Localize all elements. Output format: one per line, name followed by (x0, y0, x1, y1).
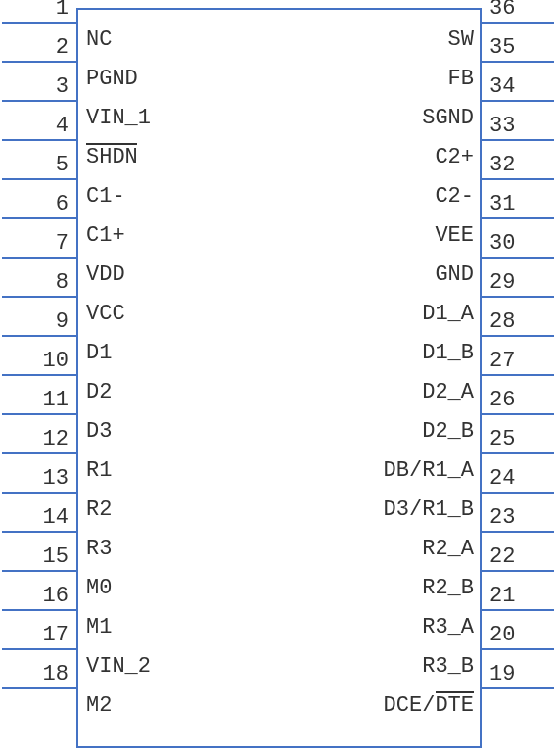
pin-number-17: 17 (10, 625, 69, 646)
pin-number-20: 20 (489, 625, 548, 646)
pin-label-left-15: M0 (86, 576, 112, 600)
pin-lead-left-1 (2, 22, 76, 24)
overline-19 (436, 691, 474, 693)
pin-lead-right-34 (482, 100, 554, 102)
pin-number-16: 16 (10, 586, 69, 607)
pin-label-left-13: R2 (86, 497, 112, 522)
pin-label-left-18: M2 (86, 693, 112, 718)
pin-number-30: 30 (489, 233, 548, 255)
pin-lead-right-33 (482, 139, 554, 141)
pin-label-left-5: C1- (86, 184, 125, 209)
pin-number-22: 22 (489, 546, 548, 568)
pin-number-33: 33 (489, 116, 548, 137)
pin-lead-left-3 (2, 100, 76, 102)
pin-label-left-16: M1 (86, 615, 112, 639)
pin-lead-left-14 (2, 531, 76, 533)
pin-number-3: 3 (10, 76, 69, 98)
pin-label-right-22: R2_B (419, 576, 474, 600)
pin-number-18: 18 (10, 664, 69, 685)
pin-lead-right-35 (482, 61, 554, 63)
pin-label-right-25: DB/R1_A (381, 458, 474, 483)
pin-number-36: 36 (489, 0, 548, 20)
pin-label-right-30: GND (432, 262, 474, 287)
pin-lead-left-13 (2, 492, 76, 494)
pin-lead-right-30 (482, 257, 554, 259)
pin-label-right-32: C2- (432, 184, 474, 209)
pin-lead-left-12 (2, 452, 76, 454)
pin-label-left-1: NC (86, 27, 112, 52)
pin-number-7: 7 (10, 233, 69, 255)
pin-label-right-28: D1_B (419, 341, 474, 365)
pin-label-right-31: VEE (432, 223, 474, 248)
pin-number-34: 34 (489, 76, 548, 98)
pin-number-12: 12 (10, 429, 69, 450)
pin-lead-left-2 (2, 61, 76, 63)
pin-lead-left-17 (2, 648, 76, 650)
pin-number-21: 21 (489, 586, 548, 607)
pin-label-left-6: C1+ (86, 223, 125, 248)
pin-lead-right-29 (482, 296, 554, 298)
pin-label-left-4: SHDN (86, 145, 138, 169)
pin-number-13: 13 (10, 468, 69, 490)
pin-lead-left-15 (2, 570, 76, 572)
pin-lead-left-5 (2, 178, 76, 180)
pin-label-right-35: FB (444, 67, 474, 91)
pin-label-right-23: R2_A (419, 537, 474, 561)
pin-number-26: 26 (489, 390, 548, 411)
pin-lead-right-20 (482, 648, 554, 650)
pin-lead-left-11 (2, 413, 76, 415)
pin-label-left-11: D3 (86, 419, 112, 444)
pin-number-15: 15 (10, 546, 69, 568)
pin-number-29: 29 (489, 272, 548, 294)
pin-label-right-21: R3_A (419, 615, 474, 639)
pin-label-right-24: D3/R1_B (381, 497, 474, 522)
pin-number-35: 35 (489, 37, 548, 59)
pin-label-right-34: SGND (419, 106, 474, 130)
pin-label-left-12: R1 (86, 458, 112, 483)
pin-label-left-7: VDD (86, 262, 125, 287)
pin-number-28: 28 (489, 311, 548, 333)
pin-lead-right-25 (482, 452, 554, 454)
pin-lead-left-8 (2, 296, 76, 298)
pin-lead-right-31 (482, 217, 554, 219)
pin-lead-right-24 (482, 492, 554, 494)
pin-lead-right-28 (482, 335, 554, 337)
pin-lead-right-27 (482, 374, 554, 376)
pin-lead-left-10 (2, 374, 76, 376)
pin-label-right-33: C2+ (432, 145, 474, 169)
pin-number-11: 11 (10, 390, 69, 411)
pin-label-right-27: D2_A (419, 380, 474, 404)
pin-number-25: 25 (489, 429, 548, 450)
pin-number-9: 9 (10, 311, 69, 333)
pin-lead-left-9 (2, 335, 76, 337)
pin-number-10: 10 (10, 351, 69, 372)
pin-number-19: 19 (489, 664, 548, 685)
pin-lead-left-7 (2, 257, 76, 259)
pin-lead-right-22 (482, 570, 554, 572)
pin-number-6: 6 (10, 194, 69, 215)
pin-lead-left-18 (2, 687, 76, 689)
pin-label-right-20: R3_B (419, 654, 474, 679)
pin-number-23: 23 (489, 507, 548, 529)
pin-number-14: 14 (10, 507, 69, 529)
pin-label-right-29: D1_A (419, 302, 474, 326)
pin-lead-right-32 (482, 178, 554, 180)
pin-number-31: 31 (489, 194, 548, 215)
pin-label-right-26: D2_B (419, 419, 474, 444)
pin-number-32: 32 (489, 155, 548, 176)
pin-number-4: 4 (10, 116, 69, 137)
overline-4 (86, 143, 137, 145)
pin-label-left-14: R3 (86, 537, 112, 561)
pin-lead-left-16 (2, 609, 76, 611)
pin-label-right-19: DCE/DTE (381, 693, 474, 718)
pin-lead-left-6 (2, 217, 76, 219)
pin-number-5: 5 (10, 155, 69, 176)
pin-lead-right-21 (482, 609, 554, 611)
pin-lead-right-23 (482, 531, 554, 533)
pin-number-2: 2 (10, 37, 69, 59)
pin-label-left-17: VIN_2 (86, 654, 151, 679)
pin-number-27: 27 (489, 351, 548, 372)
pin-label-left-10: D2 (86, 380, 112, 404)
pin-lead-right-26 (482, 413, 554, 415)
pin-number-24: 24 (489, 468, 548, 490)
